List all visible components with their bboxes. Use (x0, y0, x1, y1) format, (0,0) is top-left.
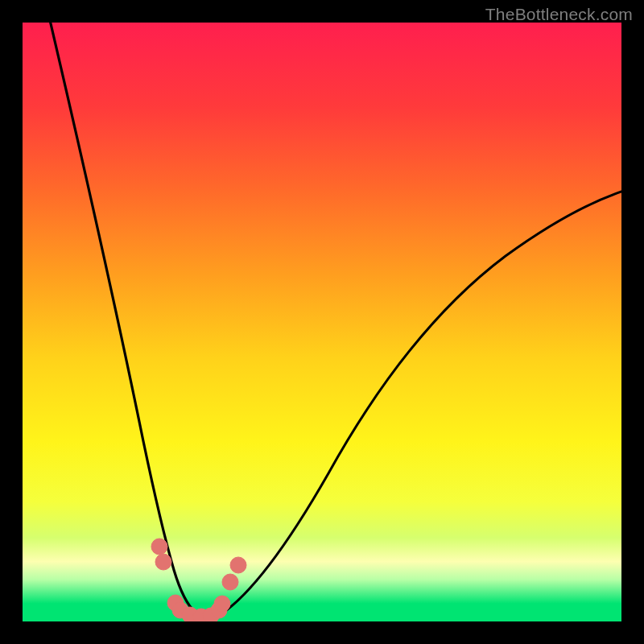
marker-dot (151, 539, 167, 555)
plot-area (23, 23, 621, 621)
marker-dot (230, 557, 246, 573)
curve-right-branch (220, 192, 621, 615)
marker-dot (214, 596, 230, 612)
curve-layer (23, 23, 621, 621)
marker-dot (155, 554, 171, 570)
marker-group (151, 539, 246, 621)
watermark-text: TheBottleneck.com (485, 5, 633, 24)
chart-frame: TheBottleneck.com (0, 0, 644, 644)
curve-left-branch (47, 23, 196, 613)
marker-dot (222, 574, 238, 590)
